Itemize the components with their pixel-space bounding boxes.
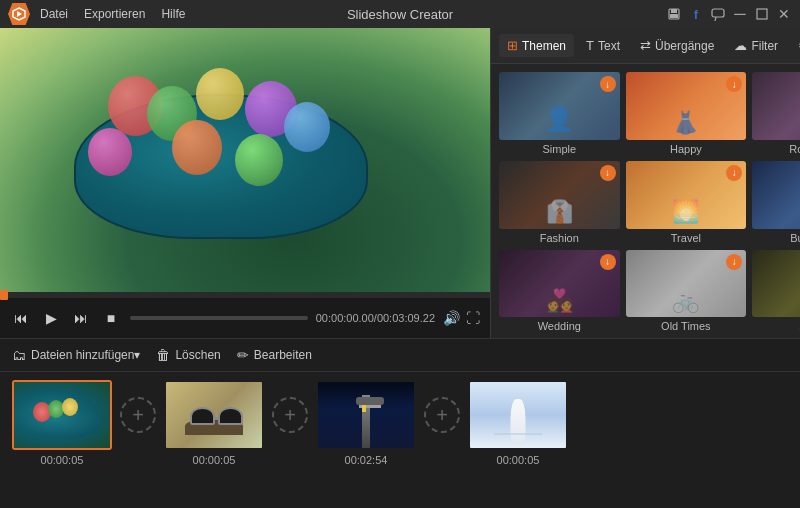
media-controls: 🔊 ⛶ [443,310,480,326]
themes-panel: ⊞ Themen T Text ⇄ Übergänge ☁ Filter ⚙ E… [490,28,800,338]
svg-marker-1 [17,11,22,17]
theme-fashion-thumb: 👔 ↓ [499,161,620,229]
timeline-add-1[interactable]: + [120,397,156,433]
theme-wedding-label: Wedding [538,320,581,332]
theme-happy-thumb: 👗 ↓ [626,72,747,140]
timeline-thumb-3 [316,380,416,450]
menu-datei[interactable]: Datei [40,7,68,21]
theme-business-img: 💼 [752,161,800,229]
tab-elemente[interactable]: ⚙ Elemente [790,34,800,57]
timeline-add-2[interactable]: + [272,397,308,433]
timeline-time-2: 00:00:05 [193,454,236,466]
menu-hilfe[interactable]: Hilfe [161,7,185,21]
theme-simple[interactable]: 👤 ↓ Simple [499,72,620,155]
theme-sport-img: 🏃 [752,250,800,318]
theme-romantic-thumb: 💃 ↓ [752,72,800,140]
menu-exportieren[interactable]: Exportieren [84,7,145,21]
main-content: ⏮ ▶ ⏭ ■ 00:00:00.00/00:03:09.22 🔊 ⛶ ⊞ Th… [0,28,800,338]
theme-wedding[interactable]: 💑 ↓ Wedding [499,250,620,333]
tab-text[interactable]: T Text [578,34,628,57]
timeline-thumb-2 [164,380,264,450]
svg-rect-5 [712,9,724,17]
video-scene [0,28,490,292]
timeline-item-1[interactable]: 00:00:05 [12,380,112,466]
tab-uebergaenge-label: Übergänge [655,39,714,53]
window-save-icon[interactable] [666,6,682,22]
balloon-blue [284,102,330,152]
timeline: 00:00:05 + 00:00:05 + 00:02: [0,372,800,508]
theme-oldtimes-download[interactable]: ↓ [726,254,742,270]
theme-business-label: Business [790,232,800,244]
theme-simple-label: Simple [542,143,576,155]
tab-filter[interactable]: ☁ Filter [726,34,786,57]
scrubber-bar[interactable] [0,292,490,298]
balloon-orange [172,120,222,175]
theme-business-thumb: 💼 ↓ [752,161,800,229]
add-files-button[interactable]: 🗂 Dateien hinzufügen▾ [12,347,140,363]
fullscreen-icon[interactable]: ⛶ [466,310,480,326]
app-title: Slideshow Creator [347,7,453,22]
theme-fashion-label: Fashion [540,232,579,244]
window-chat-icon[interactable] [710,6,726,22]
tab-uebergaenge[interactable]: ⇄ Übergänge [632,34,722,57]
timeline-img-1 [14,382,110,448]
theme-sport-thumb: 🏃 ↓ [752,250,800,318]
theme-happy[interactable]: 👗 ↓ Happy [626,72,747,155]
timeline-item-2[interactable]: 00:00:05 [164,380,264,466]
video-preview [0,28,490,292]
theme-simple-download[interactable]: ↓ [600,76,616,92]
delete-label: Löschen [175,348,220,362]
progress-bar[interactable] [130,316,308,320]
tab-filter-label: Filter [751,39,778,53]
theme-sport[interactable]: 🏃 ↓ Sport [752,250,800,333]
theme-wedding-download[interactable]: ↓ [600,254,616,270]
edit-button[interactable]: ✏ Bearbeiten [237,347,312,363]
title-bar: Datei Exportieren Hilfe Slideshow Creato… [0,0,800,28]
edit-label: Bearbeiten [254,348,312,362]
window-controls: f ─ ✕ [666,6,792,22]
theme-fashion-download[interactable]: ↓ [600,165,616,181]
menu-bar: Datei Exportieren Hilfe [40,7,185,21]
forward-button[interactable]: ⏭ [70,307,92,329]
delete-button[interactable]: 🗑 Löschen [156,347,220,363]
timeline-time-3: 00:02:54 [345,454,388,466]
timeline-time-4: 00:00:05 [497,454,540,466]
tab-themen-label: Themen [522,39,566,53]
delete-icon: 🗑 [156,347,170,363]
tab-themen[interactable]: ⊞ Themen [499,34,574,57]
add-files-label: Dateien hinzufügen▾ [31,348,140,362]
timeline-item-4[interactable]: 00:00:05 [468,380,568,466]
balloon-yellow [196,68,244,120]
timeline-img-2 [166,382,262,448]
add-files-icon: 🗂 [12,347,26,363]
theme-simple-thumb: 👤 ↓ [499,72,620,140]
timeline-add-3[interactable]: + [424,397,460,433]
theme-travel-download[interactable]: ↓ [726,165,742,181]
play-button[interactable]: ▶ [40,307,62,329]
close-button[interactable]: ✕ [776,6,792,22]
theme-travel[interactable]: 🌅 ↓ Travel [626,161,747,244]
theme-fashion[interactable]: 👔 ↓ Fashion [499,161,620,244]
theme-oldtimes[interactable]: 🚲 ↓ Old Times [626,250,747,333]
window-fb-icon[interactable]: f [688,6,704,22]
edit-icon: ✏ [237,347,249,363]
toolbar: 🗂 Dateien hinzufügen▾ 🗑 Löschen ✏ Bearbe… [0,338,800,372]
minimize-button[interactable]: ─ [732,6,748,22]
svg-rect-3 [671,9,677,13]
theme-romantic[interactable]: 💃 ↓ Romantic [752,72,800,155]
timeline-thumb-1 [12,380,112,450]
timeline-img-4 [470,382,566,448]
theme-romantic-label: Romantic [789,143,800,155]
volume-icon[interactable]: 🔊 [443,310,460,326]
rewind-button[interactable]: ⏮ [10,307,32,329]
video-panel: ⏮ ▶ ⏭ ■ 00:00:00.00/00:03:09.22 🔊 ⛶ [0,28,490,338]
theme-business[interactable]: 💼 ↓ Business [752,161,800,244]
maximize-button[interactable] [754,6,770,22]
theme-travel-thumb: 🌅 ↓ [626,161,747,229]
timeline-item-3[interactable]: 00:02:54 [316,380,416,466]
theme-oldtimes-thumb: 🚲 ↓ [626,250,747,318]
theme-wedding-thumb: 💑 ↓ [499,250,620,318]
filter-icon: ☁ [734,38,747,53]
svg-rect-6 [757,9,767,19]
stop-button[interactable]: ■ [100,307,122,329]
